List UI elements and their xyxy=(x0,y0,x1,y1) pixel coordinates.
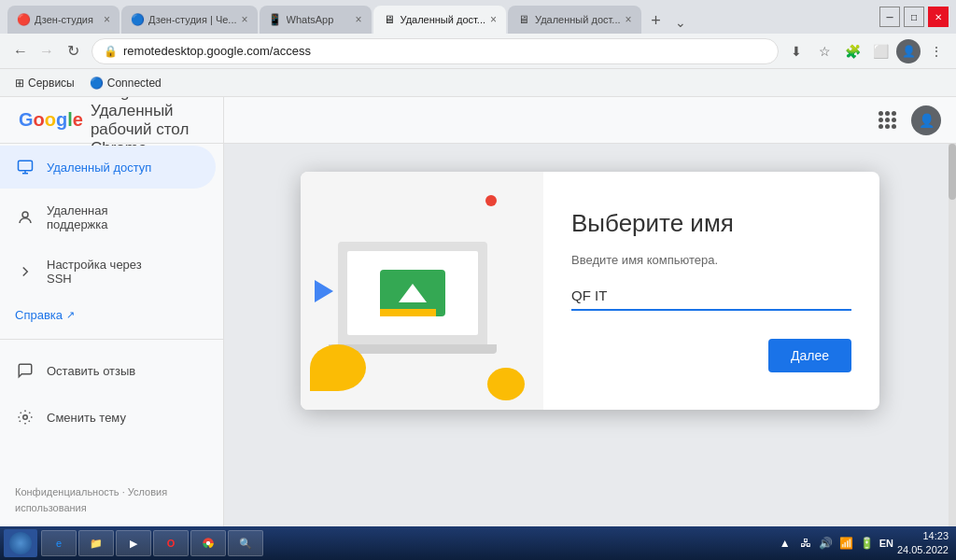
hp-icon: 🔵 xyxy=(90,77,104,90)
sidebar-help-label: Справка xyxy=(15,308,63,322)
main-content: Выберите имя Введите имя компьютера. Дал… xyxy=(224,144,956,526)
privacy-link[interactable]: Конфиденциальность xyxy=(15,486,120,497)
minimize-button[interactable]: ─ xyxy=(879,7,900,27)
taskbar-clock: 14:23 24.05.2022 xyxy=(897,529,949,558)
taskbar-media[interactable]: ▶ xyxy=(116,530,151,556)
computer-name-input[interactable] xyxy=(571,282,851,311)
illus-yellow-strip xyxy=(380,309,436,316)
svg-point-5 xyxy=(206,541,211,546)
scrollbar-thumb[interactable] xyxy=(949,144,956,200)
tab4-close[interactable]: × xyxy=(490,13,497,26)
taskbar-opera[interactable]: O xyxy=(153,530,189,556)
search-icon: 🔍 xyxy=(238,536,253,551)
dialog-choose-name: Выберите имя Введите имя компьютера. Дал… xyxy=(301,172,879,410)
google-logo: Google xyxy=(19,109,83,131)
bookmark-button[interactable]: ☆ xyxy=(812,39,836,63)
next-button[interactable]: Далее xyxy=(768,339,851,372)
tab1-close[interactable]: × xyxy=(104,13,110,26)
maximize-button[interactable]: □ xyxy=(904,7,924,27)
tab2-close[interactable]: × xyxy=(242,13,248,26)
sidebar-item-remote-support-label: Удаленнаяподдержка xyxy=(47,203,108,231)
svg-point-3 xyxy=(22,212,28,217)
tab2-label: Дзен-студия | Че... xyxy=(148,14,237,25)
illus-yellow-blob-left xyxy=(310,344,366,391)
tab4-icon: 🖥 xyxy=(383,13,396,26)
sidebar-item-remote-access[interactable]: Удаленный доступ xyxy=(0,146,216,189)
menu-button[interactable]: ⋮ xyxy=(924,39,949,63)
download-button[interactable]: ⬇ xyxy=(784,39,808,63)
browser-toolbar: ← → ↻ 🔒 remotedesktop.google.com/access … xyxy=(0,34,956,69)
taskbar-ie[interactable]: e xyxy=(41,530,77,556)
tab-dzen1[interactable]: 🔴 Дзен-студия × xyxy=(7,6,120,34)
sidebar-item-remote-support[interactable]: Удаленнаяподдержка xyxy=(0,192,216,243)
start-orb-icon xyxy=(9,532,32,554)
tab5-close[interactable]: × xyxy=(626,13,632,26)
sidebar-item-ssh-label: Настройка черезSSH xyxy=(47,258,142,286)
close-button[interactable]: ✕ xyxy=(928,7,949,27)
clock-date: 24.05.2022 xyxy=(897,543,949,557)
sidebar-link-help[interactable]: Справка ↗ xyxy=(0,299,223,331)
content-area: Google Google Удаленный рабочий стол Chr… xyxy=(0,97,956,526)
bookmark-connected[interactable]: 🔵 Connected xyxy=(82,72,169,94)
user-avatar[interactable]: 👤 xyxy=(911,105,941,135)
taskbar-explorer[interactable]: 📁 xyxy=(78,530,114,556)
bookmark-connected-label: Connected xyxy=(107,77,162,90)
browser-title-bar: 🔴 Дзен-студия × 🔵 Дзен-студия | Че... × … xyxy=(0,0,956,97)
dialog-content: Выберите имя Введите имя компьютера. Дал… xyxy=(543,172,879,410)
ssh-icon xyxy=(15,261,35,282)
tab-whatsapp[interactable]: 📱 WhatsApp × xyxy=(260,6,372,34)
illus-laptop-screen xyxy=(338,242,487,344)
forward-button[interactable]: → xyxy=(34,38,60,64)
tab3-close[interactable]: × xyxy=(356,13,362,26)
taskbar-search[interactable]: 🔍 xyxy=(228,530,263,556)
bookmark-services[interactable]: ⊞ Сервисы xyxy=(7,72,82,94)
svg-point-4 xyxy=(23,415,28,420)
taskbar-chrome[interactable] xyxy=(190,530,226,556)
tab-dzen2[interactable]: 🔵 Дзен-студия | Че... × xyxy=(121,6,258,34)
address-text: remotedesktop.google.com/access xyxy=(123,44,766,58)
tab-remote1[interactable]: 🖥 Удаленный дост... × xyxy=(373,6,507,34)
tab-scroll-arrow[interactable]: ⌄ xyxy=(669,11,692,34)
header-right: 👤 xyxy=(874,105,941,135)
illus-yellow-blob-right xyxy=(487,368,525,400)
reload-button[interactable]: ↻ xyxy=(60,38,86,64)
remote-support-icon xyxy=(15,207,35,228)
sidebar-item-feedback[interactable]: Оставить отзыв xyxy=(0,349,216,392)
sidebar-item-ssh[interactable]: Настройка черезSSH xyxy=(0,246,216,297)
tab-remote2[interactable]: 🖥 Удаленный дост... × xyxy=(508,6,641,34)
profile-avatar[interactable]: 👤 xyxy=(896,39,921,63)
sidebar-item-theme-label: Сменить тему xyxy=(47,411,126,425)
extensions-button[interactable]: 🧩 xyxy=(840,39,865,63)
tab4-label: Удаленный дост... xyxy=(401,14,485,25)
volume-icon: 🔊 xyxy=(818,535,835,552)
svg-rect-0 xyxy=(19,161,33,171)
services-icon: ⊞ xyxy=(15,77,24,90)
illus-laptop xyxy=(329,242,497,354)
tray-arrow[interactable]: ▲ xyxy=(777,535,794,552)
new-tab-button[interactable]: + xyxy=(643,7,669,34)
scrollbar[interactable] xyxy=(949,144,956,526)
apps-grid-button[interactable] xyxy=(874,107,900,133)
theme-icon xyxy=(15,407,35,427)
page-header: Google Google Удаленный рабочий стол Chr… xyxy=(0,97,223,144)
start-button[interactable] xyxy=(4,529,37,557)
media-icon: ▶ xyxy=(126,536,141,551)
app-container: 🔴 Дзен-студия × 🔵 Дзен-студия | Че... × … xyxy=(0,0,956,526)
address-bar[interactable]: 🔒 remotedesktop.google.com/access xyxy=(91,38,779,64)
battery-icon: 🔋 xyxy=(859,535,876,552)
back-button[interactable]: ← xyxy=(7,38,34,64)
network-icon: 🖧 xyxy=(797,535,814,552)
tab3-label: WhatsApp xyxy=(287,14,351,25)
tabs-area: 🔴 Дзен-студия × 🔵 Дзен-студия | Че... × … xyxy=(7,0,868,34)
dialog-illustration xyxy=(301,172,543,410)
cast-button[interactable]: ⬜ xyxy=(868,39,893,63)
illus-screen-content xyxy=(347,251,478,335)
signal-icon: 📶 xyxy=(838,535,855,552)
language-indicator[interactable]: EN xyxy=(879,538,893,549)
tab1-label: Дзен-студия xyxy=(35,14,99,25)
sidebar-divider xyxy=(0,339,223,340)
illus-green-box xyxy=(380,270,445,316)
dialog-actions: Далее xyxy=(571,339,851,372)
sidebar-footer: Конфиденциальность · Условия использован… xyxy=(0,473,223,526)
sidebar-item-theme[interactable]: Сменить тему xyxy=(0,396,216,439)
